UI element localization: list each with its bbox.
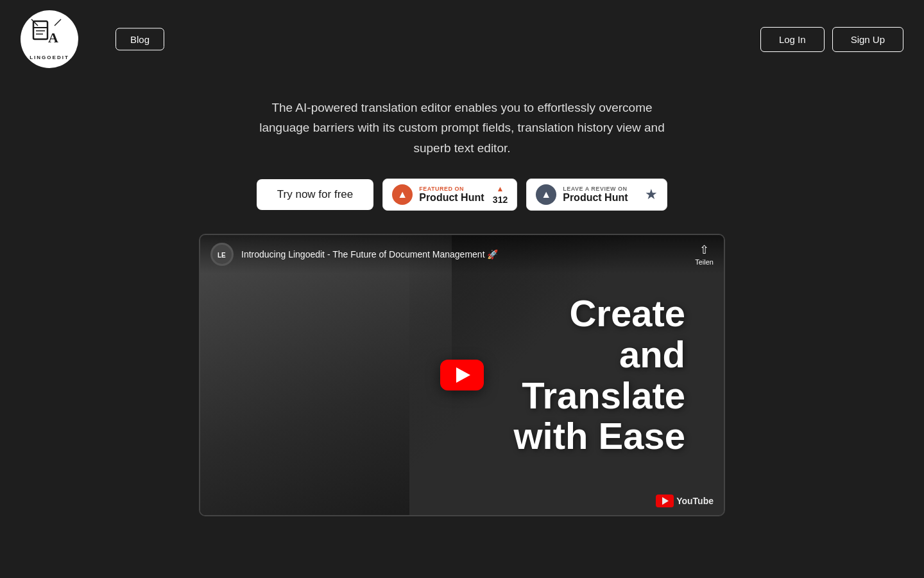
header-right: Log In Sign Up xyxy=(760,27,903,52)
logo-brand-text: LINGOEDIT xyxy=(30,55,69,60)
ph-logo-icon: ▲ xyxy=(392,184,413,205)
logo-container: A LINGOEDIT xyxy=(21,10,78,68)
video-topbar: LE Introducing Lingoedit - The Future of… xyxy=(200,235,724,274)
main-content: The AI-powered translation editor enable… xyxy=(0,78,924,516)
play-button[interactable] xyxy=(440,360,484,390)
youtube-icon xyxy=(656,495,674,507)
video-share-button[interactable]: ⇧ Teilen xyxy=(695,243,714,266)
ph-count-container: ▲ 312 xyxy=(493,184,508,205)
ph-text: FEATURED ON Product Hunt xyxy=(419,186,486,204)
video-thumbnail: Create and Translate with Ease xyxy=(200,235,724,515)
video-text-overlay: Create and Translate with Ease xyxy=(513,293,685,457)
ph-product-hunt-name: Product Hunt xyxy=(419,192,486,204)
try-free-button[interactable]: Try now for free xyxy=(257,179,373,210)
svg-text:A: A xyxy=(48,30,58,46)
channel-icon: LE xyxy=(210,243,234,266)
cta-row: Try now for free ▲ FEATURED ON Product H… xyxy=(257,179,667,211)
nav-blog: Blog xyxy=(116,28,164,51)
video-title-text: Introducing Lingoedit - The Future of Do… xyxy=(241,249,687,259)
ph-vote-count: 312 xyxy=(493,195,508,205)
hero-tagline: The AI-powered translation editor enable… xyxy=(237,98,687,158)
ph-featured-label: FEATURED ON xyxy=(419,186,486,192)
ph-review-badge[interactable]: ▲ LEAVE A REVIEW ON Product Hunt ★ xyxy=(526,179,667,211)
share-label: Teilen xyxy=(695,258,714,266)
svg-line-5 xyxy=(31,19,38,26)
svg-text:LE: LE xyxy=(218,252,226,259)
ph-star-icon: ★ xyxy=(645,186,658,203)
ph-featured-badge[interactable]: ▲ FEATURED ON Product Hunt ▲ 312 xyxy=(382,179,517,211)
youtube-logo: YouTube xyxy=(656,495,714,507)
ph-review-text: LEAVE A REVIEW ON Product Hunt xyxy=(563,186,638,204)
youtube-text: YouTube xyxy=(676,496,714,506)
ph-review-product-hunt-name: Product Hunt xyxy=(563,192,638,204)
play-triangle-icon xyxy=(456,367,470,383)
svg-line-6 xyxy=(55,19,61,26)
share-icon: ⇧ xyxy=(699,243,709,257)
ph-review-logo-icon: ▲ xyxy=(536,184,556,205)
video-embed[interactable]: Create and Translate with Ease LE xyxy=(199,234,725,516)
signup-button[interactable]: Sign Up xyxy=(832,27,903,52)
ph-review-label: LEAVE A REVIEW ON xyxy=(563,186,638,192)
video-overlay-line1: Create and Translate with Ease xyxy=(513,293,685,457)
logo: A LINGOEDIT xyxy=(21,10,78,68)
play-button-container[interactable] xyxy=(440,360,484,390)
blog-button[interactable]: Blog xyxy=(116,28,164,51)
header: A LINGOEDIT Blog Log In Sign Up xyxy=(0,0,924,78)
ph-upvote-arrow: ▲ xyxy=(497,184,504,193)
login-button[interactable]: Log In xyxy=(760,27,825,52)
